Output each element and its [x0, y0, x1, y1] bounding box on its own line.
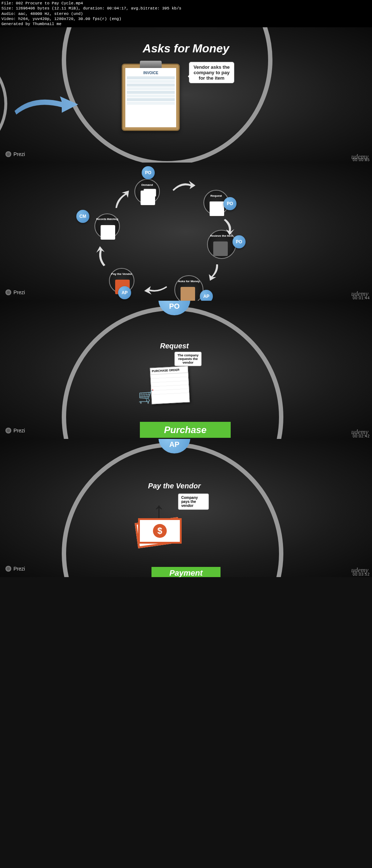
- invoice-line: [127, 98, 175, 101]
- thumbnail-frame-4: AP Pay the Vendor Company pays the vendo…: [0, 439, 372, 577]
- video-metadata: File: 002 Procure to Pay Cycle.mp4 Size:…: [0, 0, 372, 27]
- cart-icon: 🛒: [138, 389, 154, 404]
- arrow-icon: [11, 89, 80, 118]
- section-label: Purchase: [140, 422, 231, 438]
- box-icon: [213, 241, 228, 256]
- callout-bubble: Company pays the vendor: [178, 493, 209, 510]
- cycle-arrow-icon: [207, 263, 222, 281]
- dollar-bill: $: [138, 518, 182, 544]
- invoice-line: [127, 80, 175, 83]
- prezi-logo: Prezi: [5, 289, 25, 295]
- meta-audio: Audio: aac, 48000 Hz, stereo (und): [1, 11, 371, 16]
- cycle-arrow-icon: [171, 179, 196, 193]
- purchase-order-doc: PURCHASE ORDER 🛒: [138, 363, 189, 404]
- slide-title: Request: [160, 342, 189, 350]
- slide-title: Pay the Vendor: [148, 482, 201, 490]
- invoice-icon: [181, 287, 195, 301]
- doc-icon: [210, 201, 224, 216]
- badge-po: PO: [223, 197, 236, 210]
- invoice-line: [127, 76, 175, 79]
- cycle-arrow-icon: [113, 190, 131, 210]
- side-circle: [0, 49, 7, 158]
- invoice-line: [127, 102, 175, 105]
- elapsed-label: 00:02:42: [353, 434, 370, 438]
- elapsed-label: 00:01:44: [353, 296, 370, 300]
- prezi-logo: Prezi: [5, 428, 25, 433]
- meta-gen: Generated by Thumbnail me: [1, 21, 371, 27]
- node-title: Request: [210, 194, 222, 197]
- dollar-sign-icon: $: [153, 524, 167, 538]
- clipboard-clip: [140, 61, 162, 68]
- node-title: Records Matching: [96, 218, 118, 220]
- callout-bubble: Vendor asks the company to pay for the i…: [189, 62, 234, 83]
- prezi-logo: Prezi: [5, 151, 25, 157]
- node-asks: Asks for Money: [174, 275, 203, 301]
- chart-icon: [101, 225, 115, 240]
- badge-ap: AP: [200, 290, 213, 301]
- prezi-logo: Prezi: [5, 566, 25, 572]
- badge-po: PO: [232, 235, 246, 248]
- person-icon: [141, 191, 155, 205]
- badge-ap: AP: [118, 286, 131, 299]
- cycle-arrow-icon: [94, 246, 109, 268]
- thumbnail-frame-1: Asks for Money INVOICE Vendor asks the c…: [0, 27, 372, 163]
- badge-cm: CM: [76, 210, 89, 223]
- invoice-line: [127, 91, 175, 94]
- elapsed-label: 00:03:52: [353, 572, 370, 576]
- bubble-tail: [185, 73, 191, 79]
- thumbnail-frame-2: Demand PO Request PO Recieve the Item PO…: [0, 163, 372, 301]
- invoice-paper: INVOICE: [125, 68, 176, 127]
- meta-video: Video: h264, yuv420p, 1280x720, 30.00 fp…: [1, 16, 371, 21]
- section-label: Payment: [151, 567, 221, 577]
- node-title: Asks for Money: [178, 280, 200, 283]
- invoice-line: [127, 87, 175, 90]
- money-graphic: ↑ $: [138, 496, 182, 544]
- callout-text: Vendor asks the company to pay for the i…: [194, 64, 230, 81]
- node-title: Pay the Vendor: [111, 272, 132, 276]
- po-paper: PURCHASE ORDER: [150, 366, 190, 404]
- badge-po: PO: [142, 166, 155, 179]
- elapsed-label: 00:00:55: [353, 158, 370, 162]
- invoice-line: [127, 95, 175, 97]
- meta-size: Size: 12696406 bytes (12.11 MiB), durati…: [1, 6, 371, 11]
- slide-title: Asks for Money: [143, 42, 229, 55]
- thumbnail-frame-3: PO Request The company requests the vend…: [0, 301, 372, 439]
- node-title: Demand: [141, 183, 153, 187]
- node-records: Records Matching: [94, 213, 120, 239]
- cycle-arrow-icon: [222, 217, 236, 235]
- cycle-arrow-icon: [143, 284, 169, 297]
- invoice-line: [127, 84, 175, 87]
- meta-file: File: 002 Procure to Pay Cycle.mp4: [1, 1, 371, 6]
- node-demand: Demand: [134, 179, 160, 204]
- invoice-title: INVOICE: [127, 71, 175, 75]
- invoice-clipboard: INVOICE: [122, 64, 180, 131]
